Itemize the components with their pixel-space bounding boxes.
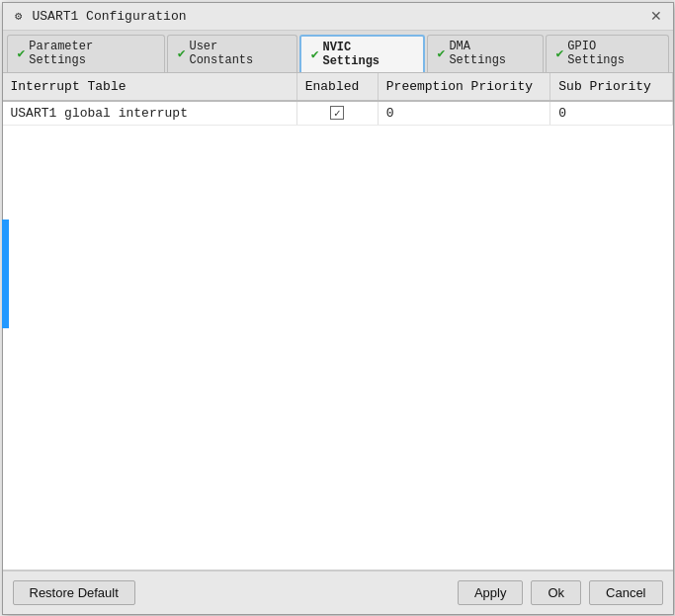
tab-dma-check: ✔ [438,45,446,61]
side-accent [2,220,9,328]
tab-dma-label: DMA Settings [449,40,532,67]
titlebar: ⚙ USART1 Configuration ✕ [3,3,673,31]
table-header-row: Interrupt Table Enabled Preemption Prior… [3,73,673,101]
ok-button[interactable]: Ok [531,580,581,605]
cell-sub[interactable]: 0 [550,101,672,126]
interrupt-table: Interrupt Table Enabled Preemption Prior… [3,73,673,126]
tab-parameter[interactable]: ✔ Parameter Settings [7,35,165,72]
tab-nvic-check: ✔ [311,46,319,62]
tab-gpio[interactable]: ✔ GPIO Settings [546,35,669,72]
window-title: USART1 Configuration [33,9,187,24]
enabled-checkbox[interactable]: ✓ [330,106,344,120]
content-area: Interrupt Table Enabled Preemption Prior… [3,73,673,571]
col-sub: Sub Priority [550,73,672,101]
titlebar-left: ⚙ USART1 Configuration [11,8,187,24]
main-window: ⚙ USART1 Configuration ✕ ✔ Parameter Set… [2,2,674,615]
footer: Restore Default Apply Ok Cancel [3,571,673,614]
col-preemption: Preemption Priority [378,73,550,101]
footer-right: Apply Ok Cancel [458,580,663,605]
table-area: Interrupt Table Enabled Preemption Prior… [3,73,673,571]
cell-preemption[interactable]: 0 [378,101,550,126]
tab-nvic-label: NVIC Settings [322,41,412,68]
tabs-bar: ✔ Parameter Settings ✔ User Constants ✔ … [3,31,673,73]
restore-default-button[interactable]: Restore Default [13,580,135,605]
tab-parameter-label: Parameter Settings [29,40,153,67]
table-row: USART1 global interrupt ✓ 0 0 [3,101,673,126]
tab-nvic[interactable]: ✔ NVIC Settings [299,35,425,72]
tab-gpio-check: ✔ [556,45,564,61]
tab-dma[interactable]: ✔ DMA Settings [427,35,544,72]
tab-user-constants[interactable]: ✔ User Constants [167,35,297,72]
footer-left: Restore Default [13,580,135,605]
cell-interrupt-name: USART1 global interrupt [3,101,297,126]
col-interrupt: Interrupt Table [3,73,297,101]
tab-parameter-check: ✔ [18,45,26,61]
col-enabled: Enabled [296,73,378,101]
tab-gpio-label: GPIO Settings [567,40,657,67]
close-button[interactable]: ✕ [647,7,665,25]
apply-button[interactable]: Apply [458,580,524,605]
cancel-button[interactable]: Cancel [589,580,662,605]
tab-user-constants-check: ✔ [178,45,186,61]
tab-user-constants-label: User Constants [189,40,286,67]
window-icon: ⚙ [11,8,27,24]
cell-enabled[interactable]: ✓ [296,101,378,126]
